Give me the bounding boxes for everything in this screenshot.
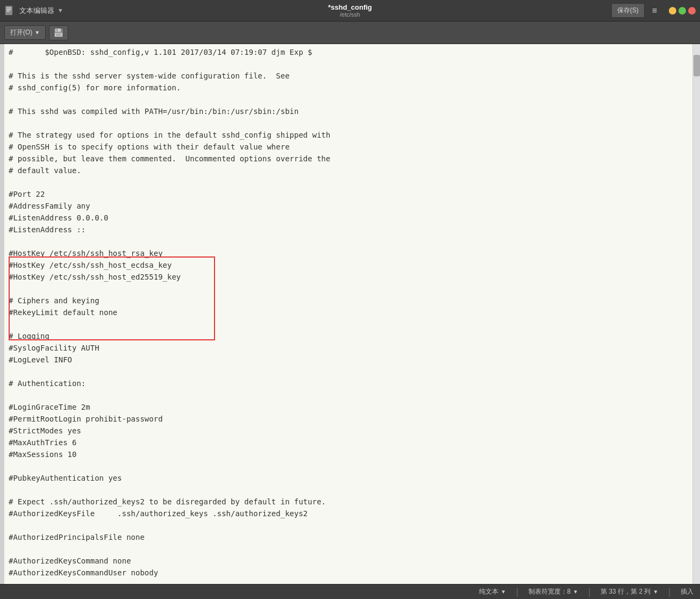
cursor-position-selector[interactable]: 第 33 行，第 2 列 ▼ xyxy=(601,587,658,596)
minimize-button[interactable] xyxy=(669,7,676,15)
open-arrow: ▼ xyxy=(34,30,40,35)
hamburger-button[interactable]: ≡ xyxy=(648,4,661,18)
window-controls xyxy=(669,7,696,15)
statusbar: 纯文本 ▼ | 制表符宽度：8 ▼ | 第 33 行，第 2 列 ▼ | 插入 xyxy=(0,584,700,599)
titlebar-right: 保存(S) ≡ xyxy=(611,3,696,18)
svg-rect-1 xyxy=(6,8,11,9)
titlebar: 文本编辑器 ▼ *sshd_config /etc/ssh 保存(S) ≡ xyxy=(0,0,700,22)
editor-content[interactable]: # $OpenBSD: sshd_config,v 1.101 2017/03/… xyxy=(4,44,692,584)
app-icon xyxy=(4,5,15,16)
statusbar-divider2: | xyxy=(587,587,592,597)
titlebar-left: 文本编辑器 ▼ xyxy=(4,5,62,16)
insert-mode-label: 插入 xyxy=(681,587,694,596)
close-button[interactable] xyxy=(688,7,696,15)
svg-rect-3 xyxy=(6,11,10,12)
tab-width-arrow: ▼ xyxy=(573,589,578,595)
svg-rect-8 xyxy=(56,33,61,36)
titlebar-filename: *sshd_config xyxy=(328,3,372,11)
insert-mode: 插入 xyxy=(681,587,694,596)
toolbar: 打开(O) ▼ xyxy=(0,22,700,44)
svg-rect-5 xyxy=(55,28,61,32)
open-label: 打开(O) xyxy=(10,28,32,37)
svg-rect-2 xyxy=(6,9,11,10)
open-button[interactable]: 打开(O) ▼ xyxy=(4,25,46,40)
svg-rect-6 xyxy=(56,29,58,31)
editor-text[interactable]: # $OpenBSD: sshd_config,v 1.101 2017/03/… xyxy=(4,44,692,584)
titlebar-path: /etc/ssh xyxy=(328,11,372,18)
left-markers xyxy=(0,44,4,584)
app-name: 文本编辑器 xyxy=(19,6,54,16)
scrollbar[interactable] xyxy=(692,44,700,584)
app-menu-arrow[interactable]: ▼ xyxy=(59,7,62,14)
position-label: 第 33 行，第 2 列 xyxy=(601,587,651,596)
save-button[interactable]: 保存(S) xyxy=(611,3,645,18)
tab-width-label: 制表符宽度：8 xyxy=(528,587,571,596)
statusbar-divider3: | xyxy=(667,587,672,597)
format-arrow: ▼ xyxy=(501,589,506,595)
save-file-button[interactable] xyxy=(49,25,68,40)
format-label: 纯文本 xyxy=(479,587,498,596)
svg-rect-0 xyxy=(5,6,12,15)
statusbar-divider1: | xyxy=(515,587,520,597)
floppy-icon xyxy=(54,28,63,38)
format-selector[interactable]: 纯文本 ▼ xyxy=(479,587,506,596)
maximize-button[interactable] xyxy=(678,7,686,15)
position-arrow: ▼ xyxy=(653,589,658,595)
tab-width-selector[interactable]: 制表符宽度：8 ▼ xyxy=(528,587,578,596)
editor-container: # $OpenBSD: sshd_config,v 1.101 2017/03/… xyxy=(0,44,700,584)
titlebar-center: *sshd_config /etc/ssh xyxy=(328,3,372,18)
